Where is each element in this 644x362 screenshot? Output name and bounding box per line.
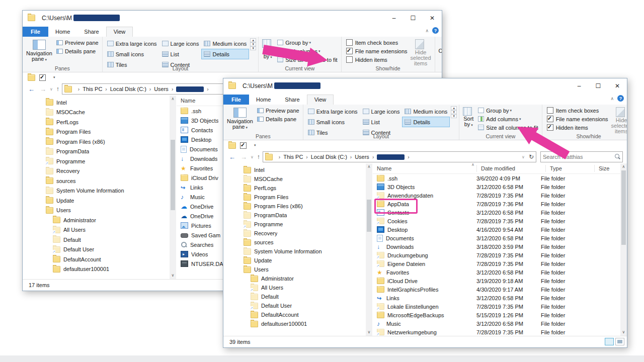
navigation-pane-button[interactable]: Navigation pane▾ [225, 106, 255, 131]
tree-item[interactable]: All Users [23, 225, 170, 235]
tree-scrollbar[interactable]: ∧ ∨ [366, 163, 372, 336]
tree-item[interactable]: All Users [223, 283, 366, 292]
file-row[interactable]: IntelGraphicsProfiles 4/30/2020 9:17 AM … [373, 285, 620, 294]
tree-scrollbar[interactable]: ∧ ∨ [170, 96, 176, 279]
tree-item[interactable]: Administrator [223, 274, 366, 283]
list-scrollbar[interactable]: ∧ ∨ [620, 163, 627, 336]
help-icon[interactable]: ? [617, 95, 624, 102]
tree-item[interactable]: MSOCache [23, 108, 170, 118]
scrollbar-thumb[interactable] [367, 200, 371, 232]
hide-selected-items-button[interactable]: Hide selected items [409, 38, 433, 67]
group-by-button[interactable]: Group by▾ [476, 106, 539, 115]
item-check-boxes-option[interactable]: Item check boxes [345, 38, 409, 47]
layout-medium-icons[interactable]: Medium icons [402, 106, 450, 117]
tab-file[interactable]: File [23, 27, 48, 37]
layout-extra-large-icons[interactable]: Extra large icons [105, 38, 159, 49]
tree-item[interactable]: Default [223, 292, 366, 301]
close-button[interactable]: ✕ [608, 78, 627, 93]
explorer-window-front[interactable]: C:\Users\M – ☐ ✕ File Home Share View ∧ … [223, 78, 627, 348]
navigation-pane-button[interactable]: Navigation pane▾ [25, 38, 54, 63]
layout-medium-icons[interactable]: Medium icons [201, 38, 249, 49]
back-icon[interactable]: ← [229, 153, 235, 161]
file-row[interactable]: Links 3/12/2020 6:58 PM File folder [373, 294, 620, 302]
item-check-boxes-checkbox[interactable] [547, 107, 553, 114]
gallery-up-icon[interactable]: ▲ [250, 38, 256, 42]
tab-share[interactable]: Share [77, 27, 106, 37]
layout-large-icons[interactable]: Large icons [360, 106, 403, 117]
scroll-up-icon[interactable]: ∧ [170, 96, 176, 103]
file-row[interactable]: .ssh 3/6/2020 4:09 PM File folder [373, 174, 620, 183]
layout-details[interactable]: Details [402, 117, 450, 127]
layout-list[interactable]: List [360, 117, 403, 127]
up-icon[interactable]: ↑ [56, 85, 59, 93]
scroll-up-icon[interactable]: ∧ [366, 163, 372, 170]
maximize-button[interactable]: ☐ [404, 11, 423, 25]
tree-item[interactable]: Users [223, 265, 366, 274]
scrollbar-thumb[interactable] [621, 170, 626, 245]
tree-item[interactable]: defaultuser100001 [23, 264, 170, 275]
scroll-up-icon[interactable]: ∧ [620, 163, 627, 170]
gallery-more-icon[interactable]: ▼ [451, 114, 457, 118]
tree-item[interactable]: DefaultAccount [23, 254, 170, 264]
scroll-down-icon[interactable]: ∨ [170, 272, 176, 279]
layout-details[interactable]: Details [201, 49, 249, 59]
tree-item[interactable]: Program Files (x86) [23, 137, 170, 147]
scrollbar-thumb[interactable] [171, 140, 175, 210]
tree-item[interactable]: Programme [23, 156, 170, 166]
file-row[interactable]: Cookies 7/28/2019 7:35 PM File folder [373, 217, 620, 225]
tree-item[interactable]: Default User [23, 245, 170, 255]
tree-item[interactable]: Program Files [23, 127, 170, 137]
tree-item[interactable]: Recovery [23, 166, 170, 176]
up-icon[interactable]: ↑ [257, 153, 260, 160]
file-row[interactable]: Favorites 3/12/2020 6:58 PM File folder [373, 268, 620, 277]
tree-item[interactable]: System Volume Information [223, 247, 366, 256]
tree-item[interactable]: sources [23, 176, 170, 186]
file-row[interactable]: Desktop 4/16/2020 9:54 AM File folder [373, 225, 620, 234]
recent-locations-icon[interactable]: ∨ [251, 155, 254, 159]
tree-item[interactable]: Users [23, 206, 170, 216]
tab-view[interactable]: View [307, 95, 334, 105]
minimize-button[interactable]: – [384, 11, 404, 25]
file-row[interactable]: iCloud Drive 3/19/2020 9:18 AM File fold… [373, 277, 620, 285]
tree-item[interactable]: Intel [23, 98, 170, 108]
gallery-up-icon[interactable]: ▲ [451, 106, 457, 110]
item-check-boxes-checkbox[interactable] [346, 39, 353, 46]
file-row[interactable]: Downloads 3/18/2020 3:59 PM File folder [373, 242, 620, 251]
forward-icon[interactable]: → [40, 85, 46, 93]
tree-item[interactable]: defaultuser100001 [223, 319, 366, 328]
tree-item[interactable]: Administrator [23, 215, 170, 225]
layout-large-icons[interactable]: Large icons [159, 38, 202, 49]
qat-customize-icon[interactable]: ▾ [53, 75, 55, 79]
back-icon[interactable]: ← [28, 85, 35, 93]
tree-item[interactable]: DefaultAccount [223, 310, 366, 319]
recent-locations-icon[interactable]: ∨ [50, 87, 53, 92]
file-row[interactable]: Music 3/12/2020 6:58 PM File folder [373, 319, 620, 328]
tree-item[interactable]: Update [223, 256, 366, 265]
tab-share[interactable]: Share [278, 95, 306, 105]
file-row[interactable]: MicrosoftEdgeBackups 5/15/2019 1:26 PM F… [373, 311, 620, 319]
tree-item[interactable]: MSOCache [223, 174, 366, 184]
tree-item[interactable]: Program Files (x86) [223, 202, 366, 211]
qat-folder-icon[interactable] [28, 74, 35, 81]
column-header-type[interactable]: Type [546, 165, 595, 172]
search-icon[interactable] [614, 153, 621, 160]
gallery-down-icon[interactable]: ▼ [451, 110, 457, 114]
qat-properties-icon[interactable] [39, 74, 46, 81]
breadcrumb-item[interactable]: This PC› [283, 154, 310, 160]
file-name-extensions-checkbox[interactable] [547, 116, 553, 122]
layout-gallery-scrollbar[interactable]: ▲ ▼ ▼ [451, 106, 457, 118]
layout-small-icons[interactable]: Small icons [105, 49, 159, 59]
preview-pane-button[interactable]: Preview pane [256, 106, 301, 115]
forward-icon[interactable]: → [240, 153, 247, 161]
tree-item[interactable]: Default User [223, 301, 366, 310]
file-row[interactable]: Eigene Dateien 7/28/2019 7:35 PM File fo… [373, 259, 620, 268]
breadcrumb-item[interactable]: Local Disk (C:)› [311, 154, 355, 160]
qat-properties-icon[interactable] [240, 142, 247, 149]
thumbnail-view-toggle[interactable] [615, 338, 624, 345]
maximize-button[interactable]: ☐ [589, 78, 608, 93]
options-button[interactable]: Options ▾ [437, 38, 442, 60]
file-name-extensions-option[interactable]: File name extensions [345, 47, 409, 55]
tree-item[interactable]: Program Files [223, 193, 366, 202]
tab-file[interactable]: File [223, 95, 249, 105]
tree-item[interactable]: ProgramData [223, 211, 366, 220]
